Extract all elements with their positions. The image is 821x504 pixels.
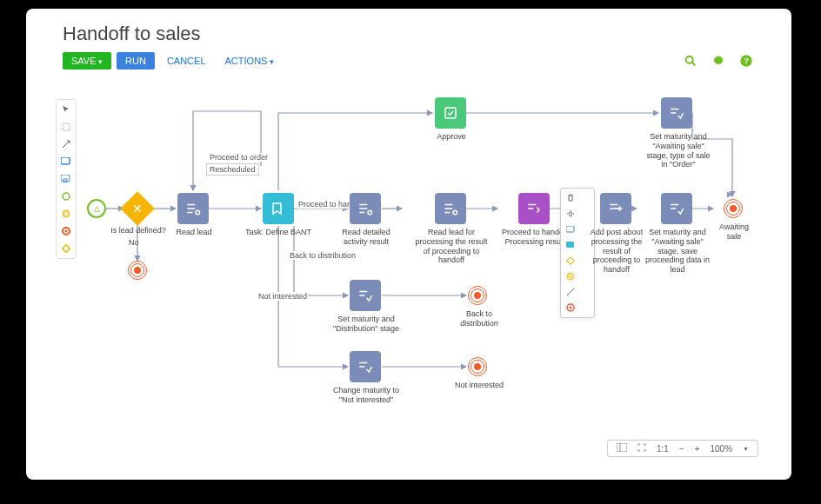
search-icon[interactable]	[682, 52, 699, 70]
diagram-canvas[interactable]: △ ✕ Is lead defined? No Read lead Task: …	[37, 87, 781, 469]
svg-rect-27	[617, 443, 627, 452]
rescheduled-label: Rescheduled	[206, 163, 259, 176]
zoom-ratio[interactable]: 1:1	[653, 444, 672, 454]
svg-line-1	[691, 62, 695, 65]
save-button[interactable]: SAVE	[63, 52, 111, 70]
ctx-settings-icon[interactable]	[564, 208, 577, 220]
svg-rect-7	[61, 175, 70, 182]
svg-point-17	[368, 210, 372, 215]
svg-rect-20	[566, 226, 574, 232]
task-read-lead[interactable]	[177, 193, 209, 224]
svg-point-9	[63, 193, 70, 200]
no-end-event[interactable]	[128, 261, 147, 280]
ctx-task-icon[interactable]	[564, 223, 577, 235]
svg-rect-14	[63, 245, 70, 252]
back-dist-end[interactable]	[468, 286, 487, 305]
define-bant-label: Task: Define BANT	[244, 228, 313, 237]
gateway-label: Is lead defined?	[108, 226, 169, 235]
toolbar: SAVE RUN CANCEL ACTIONS ?	[26, 52, 791, 76]
read-detailed-label: Read detailed activity result	[332, 228, 400, 247]
start-event[interactable]: △	[87, 199, 106, 218]
svg-point-11	[64, 212, 69, 216]
svg-rect-6	[61, 157, 70, 164]
task-read-lead-proc[interactable]	[435, 193, 466, 224]
back-dist-end-label: Back to distribution	[447, 309, 511, 328]
read-lead-label: Read lead	[172, 228, 216, 237]
svg-point-23	[567, 273, 574, 280]
zoom-in-button[interactable]: +	[691, 444, 704, 454]
task-approve[interactable]	[435, 97, 466, 129]
svg-rect-16	[445, 108, 456, 118]
palette-connector[interactable]	[60, 138, 72, 150]
svg-point-24	[569, 275, 572, 278]
read-lead-proc-label: Read lead for processing the result of p…	[414, 228, 489, 265]
svg-point-19	[569, 212, 572, 216]
palette-start-event[interactable]	[60, 190, 72, 202]
change-not-int-label: Change maturity to "Not interested"	[332, 386, 400, 405]
run-button[interactable]: RUN	[117, 52, 155, 70]
palette-gateway[interactable]	[60, 242, 72, 255]
zoom-fit-icon[interactable]	[634, 443, 650, 454]
palette-marquee[interactable]	[60, 121, 72, 133]
set-distribution-label: Set maturity and "Distribution" stage	[332, 315, 400, 334]
gateway-no-label: No	[129, 238, 139, 248]
not-int-end[interactable]	[468, 357, 487, 376]
task-define-bant[interactable]	[263, 193, 294, 224]
actions-button[interactable]: ACTIONS	[218, 52, 281, 70]
svg-rect-22	[567, 257, 574, 264]
task-set-order[interactable]	[661, 97, 692, 129]
awaiting-sale-end[interactable]	[724, 199, 743, 218]
set-awaiting-label: Set maturity and "Awaiting sale" stage, …	[642, 228, 713, 275]
ctx-delete-icon[interactable]	[564, 192, 577, 204]
ctx-user-task-icon[interactable]	[564, 239, 577, 251]
svg-point-13	[65, 230, 68, 233]
task-set-distribution[interactable]	[350, 280, 381, 311]
ctx-gateway-icon[interactable]	[564, 255, 577, 267]
palette-pointer[interactable]	[60, 103, 72, 116]
svg-rect-5	[63, 123, 70, 130]
palette-subprocess[interactable]	[60, 173, 72, 185]
cancel-button[interactable]: CANCEL	[160, 52, 213, 70]
proceed-order-label: Proceed to order	[209, 153, 269, 162]
ctx-connector-icon[interactable]	[564, 286, 577, 298]
palette-end-event[interactable]	[60, 225, 72, 237]
awaiting-sale-label: Awaiting sale	[711, 222, 757, 242]
task-proceed-handoff[interactable]	[518, 193, 550, 224]
palette-task[interactable]	[60, 156, 72, 168]
ctx-end-icon[interactable]	[564, 302, 577, 314]
palette	[56, 99, 77, 259]
zoom-out-button[interactable]: −	[676, 444, 688, 454]
set-order-label: Set maturity and "Awaiting sale" stage, …	[644, 132, 713, 169]
add-post-label: Add post about processing the result of …	[583, 228, 651, 275]
app-window: Handoff to sales SAVE RUN CANCEL ACTIONS…	[26, 9, 791, 480]
svg-point-18	[453, 210, 457, 215]
not-int-end-label: Not interested	[452, 381, 506, 390]
gateway-lead-defined[interactable]: ✕	[120, 191, 155, 226]
svg-rect-21	[566, 242, 574, 248]
page-title: Handoff to sales	[26, 9, 791, 52]
task-set-awaiting[interactable]	[661, 193, 692, 224]
task-add-post[interactable]	[600, 193, 631, 224]
gear-icon[interactable]	[710, 52, 727, 70]
zoom-minimap-icon[interactable]	[613, 443, 631, 454]
svg-point-15	[196, 210, 200, 215]
help-icon[interactable]: ?	[738, 52, 755, 70]
zoom-bar: 1:1 − + 100% ▼	[607, 440, 758, 457]
not-interested-label: Not interested	[257, 292, 308, 301]
palette-intermediate-event[interactable]	[60, 208, 72, 220]
task-read-detailed[interactable]	[350, 193, 381, 224]
svg-text:?: ?	[744, 56, 749, 65]
svg-rect-8	[63, 179, 67, 182]
back-dist-label: Back to distribution	[289, 251, 357, 260]
task-change-not-int[interactable]	[350, 351, 381, 382]
svg-point-26	[570, 307, 572, 309]
zoom-dropdown-icon[interactable]: ▼	[739, 446, 752, 452]
ctx-intermediate-icon[interactable]	[564, 270, 577, 282]
zoom-level[interactable]: 100%	[706, 444, 736, 454]
approve-label: Approve	[433, 132, 470, 142]
